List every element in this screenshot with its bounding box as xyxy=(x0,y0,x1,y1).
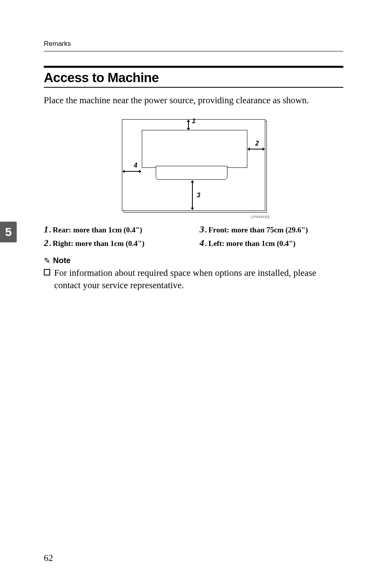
callout-1-number: 1 xyxy=(44,224,49,234)
diagram-code: CP9991EE xyxy=(251,215,270,219)
note-body: For information about required space whe… xyxy=(44,267,343,291)
diagram-arrow-4 xyxy=(123,171,141,172)
diagram-container: 1 2 3 4 CP9991EE xyxy=(44,116,343,220)
diagram-label-2: 2 xyxy=(255,140,259,147)
header-rule xyxy=(44,51,343,51)
callout-1-text: Rear: more than 1cm (0.4") xyxy=(53,226,142,234)
diagram-label-4: 4 xyxy=(134,162,137,169)
page: 5 Remarks Access to Machine Place the ma… xyxy=(0,0,380,588)
callout-2-text: Right: more than 1cm (0.4") xyxy=(53,239,144,248)
callout-2-number: 2 xyxy=(44,238,49,248)
diagram-arrow-2 xyxy=(248,149,264,149)
callout-col-right: 3.Front: more than 75cm (29.6") 4.Left: … xyxy=(200,224,343,252)
diagram-label-1: 1 xyxy=(192,118,196,125)
heading-block: Access to Machine xyxy=(44,66,343,88)
diagram-label-3: 3 xyxy=(197,192,200,199)
heading-rule-top xyxy=(44,66,343,68)
callout-3-number: 3 xyxy=(200,224,204,234)
section-tab: 5 xyxy=(0,222,17,242)
callout-columns: 1.Rear: more than 1cm (0.4") 2.Right: mo… xyxy=(44,224,343,252)
diagram-arrow-1 xyxy=(188,120,189,130)
running-header: Remarks xyxy=(44,40,343,48)
callout-2: 2.Right: more than 1cm (0.4") xyxy=(44,238,188,248)
note-bullet-icon xyxy=(44,269,50,275)
heading-rule-bottom xyxy=(44,87,343,88)
intro-paragraph: Place the machine near the power source,… xyxy=(44,94,343,106)
callout-1: 1.Rear: more than 1cm (0.4") xyxy=(44,224,188,235)
note-body-text: For information about required space whe… xyxy=(54,267,343,291)
section-heading: Access to Machine xyxy=(44,70,343,85)
callout-4-text: Left: more than 1cm (0.4") xyxy=(208,239,296,248)
callout-4: 4.Left: more than 1cm (0.4") xyxy=(200,238,343,248)
callout-3: 3.Front: more than 75cm (29.6") xyxy=(200,224,343,235)
diagram-machine-top xyxy=(142,130,247,168)
diagram-arrow-3 xyxy=(192,181,193,210)
note-heading: ✎ Note xyxy=(44,256,343,265)
callout-4-number: 4 xyxy=(200,238,204,248)
clearance-diagram: 1 2 3 4 CP9991EE xyxy=(114,116,273,220)
pencil-icon: ✎ xyxy=(44,256,51,265)
callout-3-text: Front: more than 75cm (29.6") xyxy=(208,226,308,234)
callout-col-left: 1.Rear: more than 1cm (0.4") 2.Right: mo… xyxy=(44,224,188,252)
note-heading-text: Note xyxy=(53,256,71,265)
diagram-machine-bottom xyxy=(156,166,227,180)
page-number: 62 xyxy=(44,553,53,563)
